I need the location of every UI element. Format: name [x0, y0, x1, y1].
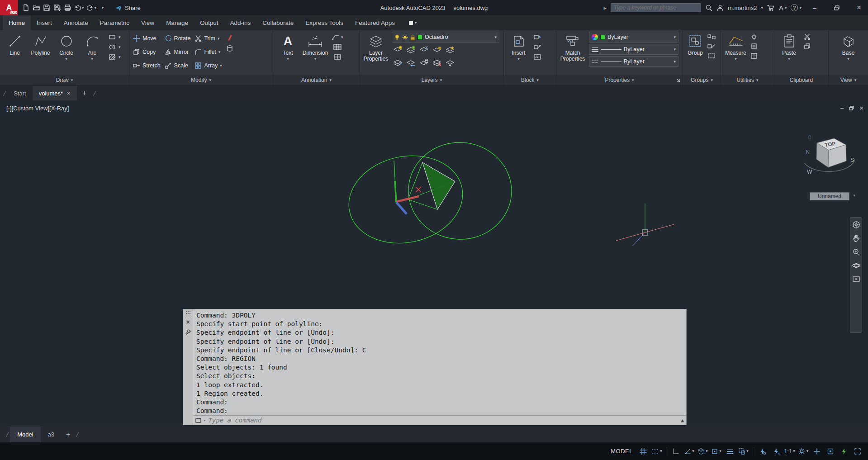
array-tool-button[interactable]: Array ▾: [193, 59, 224, 72]
file-tab-current[interactable]: volumes* ×: [33, 86, 77, 100]
tab-view[interactable]: View: [135, 15, 160, 30]
share-button[interactable]: Share: [115, 5, 141, 11]
arc-tool-button[interactable]: Arc ▾: [79, 32, 105, 61]
new-file-button[interactable]: [21, 2, 31, 14]
properties-dialog-launcher-icon[interactable]: [676, 78, 681, 83]
plot-button[interactable]: [62, 2, 72, 14]
scale-tool-button[interactable]: Scale: [163, 59, 193, 72]
workspace-switching-button[interactable]: ▾: [797, 445, 809, 457]
tab-manage[interactable]: Manage: [160, 15, 194, 30]
close-button[interactable]: ×: [850, 0, 868, 15]
isodraft-caret-icon[interactable]: ▾: [706, 449, 708, 453]
layer-walk-tool-icon[interactable]: [432, 59, 442, 67]
stretch-tool-button[interactable]: Stretch: [131, 59, 163, 72]
workspace-caret-icon[interactable]: ▾: [806, 449, 809, 453]
fillet-tool-button[interactable]: Fillet ▾: [193, 45, 224, 59]
panel-label-annotation[interactable]: Annotation ▾: [273, 75, 360, 85]
linetype-caret-icon[interactable]: ▾: [674, 60, 676, 64]
panel-label-utilities[interactable]: Utilities ▾: [721, 75, 774, 85]
panel-label-clipboard[interactable]: Clipboard: [774, 75, 828, 85]
named-view-caret-icon[interactable]: ▾: [853, 194, 855, 198]
selection-cycling-button[interactable]: ▾: [737, 445, 749, 457]
insert-caret-icon[interactable]: ▾: [517, 57, 520, 61]
tab-featured-apps[interactable]: Featured Apps: [349, 15, 401, 30]
save-button[interactable]: [42, 2, 52, 14]
panel-label-modify[interactable]: Modify ▾: [129, 75, 273, 85]
ellipse-tool-button[interactable]: ▾: [107, 44, 123, 50]
file-tab-start[interactable]: Start: [7, 86, 32, 100]
layer-properties-button[interactable]: Layer Properties: [362, 32, 390, 62]
dimension-caret-icon[interactable]: ▾: [314, 57, 317, 61]
text-caret-icon[interactable]: ▾: [287, 57, 289, 61]
layer-merge-tool-icon[interactable]: [445, 59, 455, 67]
viewcube-home-icon[interactable]: ⌂: [808, 133, 811, 140]
tab-insert[interactable]: Insert: [31, 15, 58, 30]
command-close-icon[interactable]: ×: [186, 319, 190, 325]
command-customize-wrench-icon[interactable]: [185, 329, 191, 335]
redo-button[interactable]: ▾: [85, 2, 98, 14]
panel-label-view[interactable]: View ▾: [829, 75, 868, 85]
paste-tool-button[interactable]: Paste ▾: [776, 32, 802, 61]
panel-label-groups[interactable]: Groups ▾: [683, 75, 721, 85]
expand-search-icon[interactable]: ▸: [604, 5, 607, 11]
model-space-indicator[interactable]: MODEL: [611, 448, 633, 455]
leader-tool-button[interactable]: ▾: [332, 34, 343, 40]
panel-label-block[interactable]: Block ▾: [504, 75, 556, 85]
drawing-viewport[interactable]: [-][Custom View][X-Ray] – × N W S TOP ⌂ …: [0, 100, 868, 427]
help-button[interactable]: ? ▾: [791, 4, 802, 11]
rotate-tool-button[interactable]: Rotate: [163, 32, 193, 45]
polyline-tool-button[interactable]: Polyline: [28, 32, 53, 56]
search-icon[interactable]: [705, 4, 712, 11]
annotation-extra-button[interactable]: [333, 54, 342, 60]
navigation-wheel-icon[interactable]: [852, 221, 860, 229]
selection-cycling-caret-icon[interactable]: ▾: [746, 449, 749, 453]
linetype-dropdown[interactable]: ByLayer ▾: [589, 56, 678, 67]
undo-caret-icon[interactable]: ▾: [82, 6, 84, 10]
ortho-toggle-button[interactable]: [669, 445, 682, 457]
tab-annotate[interactable]: Annotate: [58, 15, 94, 30]
graphics-performance-button[interactable]: [838, 445, 850, 457]
circle-entity-right[interactable]: [406, 140, 514, 242]
save-as-button[interactable]: [52, 2, 62, 14]
insert-tool-button[interactable]: Insert ▾: [506, 32, 531, 61]
quick-calc-button[interactable]: [750, 43, 758, 49]
copy-clip-button[interactable]: [804, 43, 811, 49]
command-recent-caret-icon[interactable]: ▾: [204, 418, 206, 422]
edit-block-button[interactable]: [533, 44, 541, 50]
polar-caret-icon[interactable]: ▾: [692, 449, 694, 453]
isolate-objects-button[interactable]: [824, 445, 836, 457]
snap-toggle-button[interactable]: ▾: [650, 445, 663, 457]
panel-label-draw[interactable]: Draw ▾: [0, 75, 129, 85]
tab-parametric[interactable]: Parametric: [94, 15, 135, 30]
paste-caret-icon[interactable]: ▾: [788, 57, 790, 61]
group-edit-button[interactable]: [707, 43, 716, 49]
compass-south-label[interactable]: S: [850, 157, 854, 163]
line-tool-button[interactable]: Line: [2, 32, 28, 56]
maximize-button[interactable]: [828, 0, 846, 15]
create-block-button[interactable]: [533, 34, 541, 40]
osnap-caret-icon[interactable]: ▾: [719, 449, 721, 453]
layout-tab-a3[interactable]: a3: [41, 427, 62, 442]
fillet-caret-icon[interactable]: ▾: [218, 50, 221, 54]
explode-tool-button[interactable]: [226, 45, 233, 52]
compass-west-label[interactable]: W: [807, 169, 812, 175]
cart-icon[interactable]: [767, 4, 775, 11]
search-box[interactable]: [611, 3, 701, 12]
annotation-monitor-button[interactable]: [811, 445, 823, 457]
measure-caret-icon[interactable]: ▾: [735, 57, 737, 61]
trim-tool-button[interactable]: Trim ▾: [193, 32, 224, 45]
annotation-visibility-button[interactable]: [756, 445, 768, 457]
layout-tab-model[interactable]: Model: [10, 427, 40, 442]
trim-caret-icon[interactable]: ▾: [218, 37, 220, 41]
viewport-close-icon[interactable]: ×: [859, 104, 863, 112]
search-input[interactable]: [614, 5, 698, 11]
panel-label-layers[interactable]: Layers ▾: [360, 75, 503, 85]
command-window-grip[interactable]: [185, 311, 191, 315]
layer-prev-tool-icon[interactable]: [406, 59, 416, 67]
username-label[interactable]: m.martins2: [728, 5, 757, 11]
undo-button[interactable]: ▾: [73, 2, 85, 14]
mirror-tool-button[interactable]: Mirror: [163, 45, 193, 59]
viewcube[interactable]: N W S TOP ⌂: [802, 129, 858, 185]
id-point-button[interactable]: [750, 34, 758, 40]
dimension-tool-button[interactable]: Dimension ▾: [301, 32, 330, 61]
